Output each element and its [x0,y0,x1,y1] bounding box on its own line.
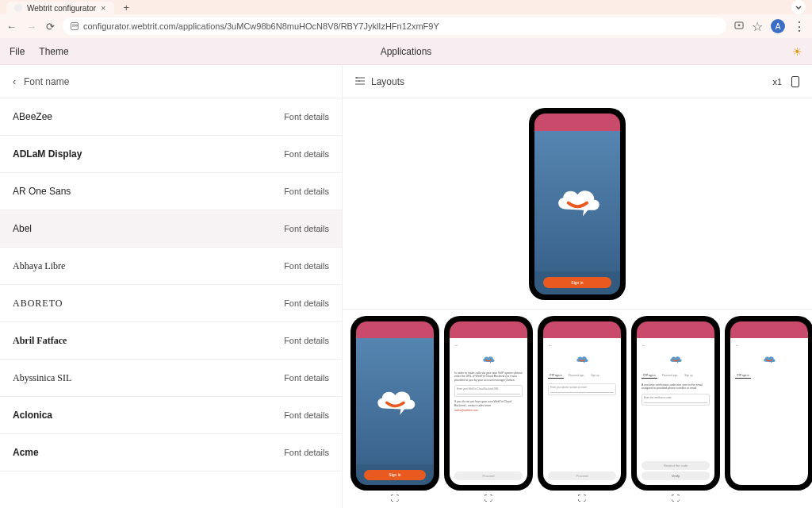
font-details-link[interactable]: Font details [284,149,329,159]
font-details-link[interactable]: Font details [284,112,329,121]
zoom-label[interactable]: x1 [772,77,782,87]
chevron-left-icon[interactable]: ‹ [13,76,16,87]
font-name-label: Acme [13,447,39,458]
font-row[interactable]: Abyssinica SILFont details [0,360,342,397]
font-row[interactable]: ABORETOFont details [0,285,342,322]
profile-avatar[interactable]: A [771,19,785,33]
font-details-link[interactable]: Font details [284,448,329,457]
url-text: configurator.webtrit.com/applications/3u… [83,21,439,31]
expand-icon[interactable]: ⛶ [672,494,680,502]
browser-menu-icon[interactable]: ⋮ [793,19,806,34]
menu-file[interactable]: File [10,46,25,57]
font-name-label: ABORETO [13,298,63,310]
font-panel-title: Font name [24,76,69,87]
font-row[interactable]: AclonicaFont details [0,397,342,434]
font-row[interactable]: AR One SansFont details [0,173,342,210]
bookmark-icon[interactable]: ☆ [752,19,763,34]
back-arrow-icon: ← [454,343,523,348]
font-name-label: Abyssinica SIL [13,372,71,384]
font-name-label: ABeeZee [13,111,52,122]
font-panel: ‹ Font name ABeeZeeFont detailsADLaM Dis… [0,65,343,508]
font-details-link[interactable]: Font details [284,261,329,271]
layouts-title: Layouts [371,76,404,87]
phone-preview-thumb[interactable]: ← OTP sign inPassword sign-Sign up Enter… [539,318,625,489]
font-name-label: AR One Sans [13,186,71,197]
browser-address-bar: ← → ⟳ configurator.webtrit.com/applicati… [0,14,812,38]
font-panel-header[interactable]: ‹ Font name [0,65,342,98]
font-details-link[interactable]: Font details [284,187,329,196]
thumbnail-row: Sign in ⛶ ← In order [343,310,812,502]
expand-icon[interactable]: ⛶ [485,494,492,502]
font-details-link[interactable]: Font details [284,373,329,383]
font-details-link[interactable]: Font details [284,224,329,233]
signin-button: Sign in [543,277,611,288]
phone-preview-thumb[interactable]: ← In order to make calls via your own Vo… [446,318,531,489]
font-name-label: ADLaM Display [13,148,82,160]
font-name-label: Abel [13,223,32,234]
font-details-link[interactable]: Font details [284,410,329,420]
font-name-label: Abhaya Libre [13,260,65,272]
svg-point-2 [76,25,78,26]
font-row[interactable]: Abhaya LibreFont details [0,248,342,285]
font-row[interactable]: ABeeZeeFont details [0,98,342,136]
layouts-header: Layouts x1 [343,65,812,98]
brightness-icon[interactable]: ☀ [792,45,802,58]
back-arrow-icon: ← [735,343,803,348]
phone-preview-thumb[interactable]: ← OTP sign in [726,318,812,489]
font-row[interactable]: AcmeFont details [0,434,342,471]
tab-favicon [14,4,22,12]
phone-preview-hero[interactable]: Sign in [530,110,624,298]
font-row[interactable]: ADLaM DisplayFont details [0,136,342,173]
font-details-link[interactable]: Font details [284,298,329,308]
expand-icon[interactable]: ⛶ [578,494,586,502]
app-toolbar: File Theme Applications ☀ [0,38,812,65]
layouts-panel: Layouts x1 Sign in [343,65,812,508]
back-arrow-icon: ← [548,343,616,348]
font-name-label: Aclonica [13,410,52,421]
menu-theme[interactable]: Theme [39,46,68,57]
nav-back-icon[interactable]: ← [6,21,17,33]
font-details-link[interactable]: Font details [284,336,329,345]
browser-tab-strip: Webtrit configurator × + [0,0,812,14]
back-arrow-icon: ← [642,343,710,348]
browser-tab[interactable]: Webtrit configurator × [6,2,114,14]
phone-preview-thumb[interactable]: Sign in [352,318,438,489]
site-settings-icon[interactable] [71,22,79,30]
expand-icon[interactable]: ⛶ [391,494,399,502]
close-icon[interactable]: × [101,3,105,13]
phone-preview-thumb[interactable]: ← OTP sign inPassword sign-Sign up A one… [633,318,718,489]
nav-forward-icon: → [26,21,36,33]
new-tab-button[interactable]: + [121,2,133,13]
window-control-icon[interactable] [791,0,806,14]
font-name-label: Abril Fatface [13,335,67,347]
font-row[interactable]: Abril FatfaceFont details [0,322,342,360]
font-row[interactable]: AbelFont details [0,210,342,248]
url-input[interactable]: configurator.webtrit.com/applications/3u… [63,17,726,35]
device-frame-icon[interactable] [791,76,799,87]
tab-title: Webtrit configurator [27,4,96,13]
font-list: ABeeZeeFont detailsADLaM DisplayFont det… [0,98,342,508]
columns-icon[interactable] [355,76,365,87]
nav-reload-icon[interactable]: ⟳ [46,21,55,33]
page-title: Applications [381,46,432,57]
install-app-icon[interactable] [734,19,744,33]
hero-preview: Sign in [343,98,812,310]
